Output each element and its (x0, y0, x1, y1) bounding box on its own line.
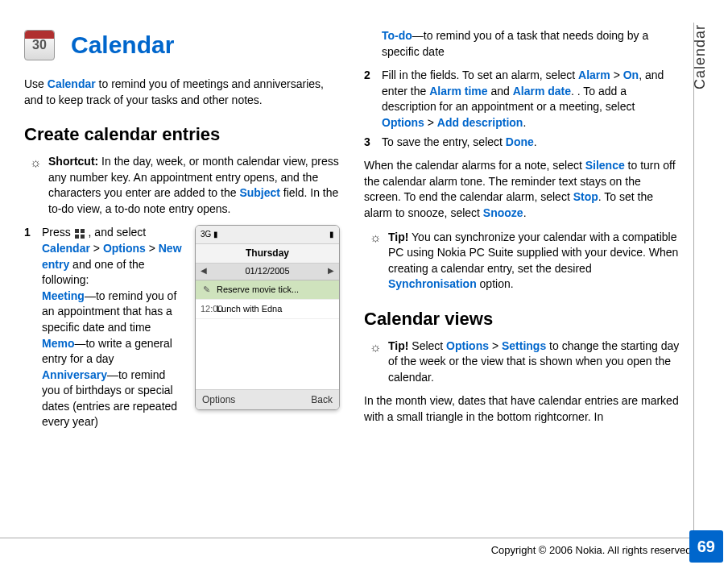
heading-calendar-views: Calendar views (364, 307, 680, 332)
option-meeting: Meeting (42, 289, 85, 302)
step-2: 2 Fill in the fields. To set an alarm, s… (364, 68, 680, 131)
field-alarm-date: Alarm date (513, 85, 571, 98)
step-number: 2 (364, 68, 374, 84)
lightbulb-icon: ☼ (27, 155, 43, 171)
alarm-paragraph: When the calendar alarms for a note, sel… (364, 158, 680, 221)
menu-settings: Settings (502, 339, 546, 352)
text: —to remind you of a task that needs doin… (382, 29, 648, 58)
menu-options: Options (382, 116, 424, 129)
button-silence: Silence (585, 159, 625, 172)
step-number: 1 (24, 225, 34, 241)
text: Use (24, 77, 48, 90)
text: > (146, 242, 159, 255)
side-tab-label: Calendar (690, 24, 710, 89)
step-2-text: Fill in the fields. To set an alarm, sel… (382, 68, 680, 131)
tip-views: ☼ Tip! Select Options > Settings to chan… (364, 338, 680, 386)
heading-create-entries: Create calendar entries (24, 123, 340, 147)
menu-calendar: Calendar (42, 242, 90, 255)
step-1: 1 Press , and select Calendar > Options … (24, 225, 340, 430)
text: To save the entry, select (382, 135, 506, 148)
option-memo: Memo (42, 337, 74, 350)
shortcut-label: Shortcut: (48, 155, 98, 168)
left-column: 30 Calendar Use Calendar to remind you o… (24, 28, 340, 434)
button-snooze: Snooze (483, 206, 523, 219)
text: and (488, 85, 513, 98)
button-done: Done (506, 135, 534, 148)
phone-date-text: 01/12/2005 (245, 265, 289, 277)
tip-label: Tip! (388, 339, 408, 352)
text: > (489, 339, 502, 352)
app-name-calendar: Calendar (48, 77, 96, 90)
month-view-paragraph: In the month view, dates that have calen… (364, 393, 680, 425)
field-alarm-time: Alarm time (429, 85, 487, 98)
tip-sync-text: Tip! You can synchronize your calendar w… (388, 230, 680, 293)
softkey-left: Options (202, 393, 235, 407)
text: , and select (85, 226, 147, 239)
title-row: 30 Calendar (24, 28, 340, 62)
page-content: 30 Calendar Use Calendar to remind you o… (0, 0, 728, 450)
signal-icon: ▮ (213, 230, 218, 239)
next-date-icon: ▶ (328, 265, 334, 277)
shortcut-text: Shortcut: In the day, week, or month cal… (48, 154, 340, 217)
softkey-right: Back (311, 393, 333, 407)
footer: Copyright © 2006 Nokia. All rights reser… (0, 538, 694, 558)
value-on: On (623, 69, 639, 81)
option-todo: To-do (382, 29, 412, 42)
step-3-text: To save the entry, select Done. (382, 135, 680, 151)
calendar-app-icon: 30 (24, 30, 55, 60)
lightbulb-icon: ☼ (367, 231, 383, 247)
lightbulb-icon: ☼ (367, 339, 383, 355)
option-synchronisation: Synchronisation (388, 277, 477, 290)
phone-day-header: Thursday (196, 244, 339, 264)
text: > (424, 116, 437, 129)
text: . (571, 85, 574, 98)
option-anniversary: Anniversary (42, 368, 107, 381)
tip-label: Tip! (388, 231, 408, 243)
calendar-icon-day: 30 (32, 36, 47, 54)
intro-paragraph: Use Calendar to remind you of meetings a… (24, 77, 340, 108)
menu-options: Options (446, 339, 489, 352)
shortcut-block: ☼ Shortcut: In the day, week, or month c… (24, 154, 340, 217)
phone-status-bar: 3G ▮ ▮ (196, 226, 339, 244)
button-stop: Stop (573, 190, 598, 203)
phone-entries: ✎ Reserve movie tick... 12:00 Lunch with… (196, 280, 339, 389)
phone-entry-selected: ✎ Reserve movie tick... (196, 280, 339, 300)
text: . (534, 135, 537, 148)
step-3: 3 To save the entry, select Done. (364, 135, 680, 151)
phone-date-row: ◀ 01/12/2005 ▶ (196, 264, 339, 280)
text: > (90, 242, 103, 255)
phone-entry: 12:00 Lunch with Edna (196, 300, 339, 319)
step-1-text: Press , and select Calendar > Options > … (42, 225, 185, 430)
field-alarm: Alarm (578, 69, 610, 81)
copyright-text: Copyright © 2006 Nokia. All rights reser… (491, 543, 694, 558)
network-indicator: 3G (201, 230, 211, 239)
step-number: 3 (364, 135, 374, 151)
phone-screenshot: 3G ▮ ▮ Thursday ◀ 01/12/2005 ▶ ✎ Reserve… (195, 225, 340, 410)
entry-1-text: Reserve movie tick... (217, 284, 299, 296)
entry-2-text: Lunch with Edna (217, 303, 282, 315)
menu-options: Options (103, 242, 146, 255)
text: When the calendar alarms for a note, sel… (364, 159, 585, 172)
field-subject: Subject (239, 186, 280, 199)
right-column: To-do—to remind you of a task that needs… (364, 28, 680, 434)
text: Press (42, 226, 74, 239)
tip-views-text: Tip! Select Options > Settings to change… (388, 338, 680, 386)
page-number-badge: 69 (689, 530, 723, 563)
prev-date-icon: ◀ (201, 265, 207, 277)
entry-time: 12:00 (201, 303, 212, 315)
right-rule (693, 23, 694, 558)
page-title: Calendar (71, 28, 174, 62)
battery-icon: ▮ (329, 229, 334, 240)
text: Fill in the fields. To set an alarm, sel… (382, 69, 578, 81)
menu-key-icon (74, 228, 85, 239)
text: . (523, 206, 527, 219)
note-icon: ✎ (201, 284, 212, 296)
menu-add-description: Add description (437, 116, 523, 129)
text: . (523, 116, 526, 129)
phone-softkeys: Options Back (196, 389, 339, 410)
tip-sync: ☼ Tip! You can synchronize your calendar… (364, 230, 680, 293)
todo-option: To-do—to remind you of a task that needs… (364, 28, 680, 60)
text: Select (408, 339, 446, 352)
text: option. (477, 277, 514, 290)
text: > (610, 69, 623, 81)
